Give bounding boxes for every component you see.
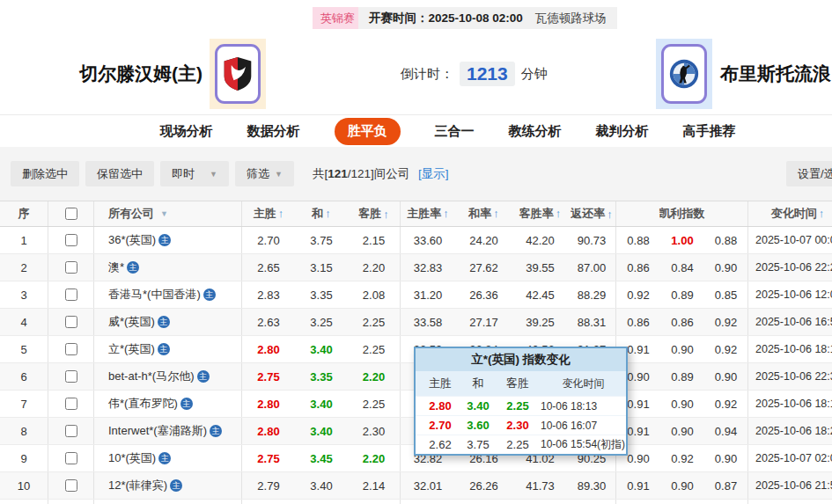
tab-coach-analysis[interactable]: 教练分析: [509, 123, 562, 140]
company-name[interactable]: 10*(英国)主: [94, 445, 242, 471]
col-away-odds[interactable]: 客胜↑: [348, 201, 401, 226]
row-checkbox[interactable]: [65, 398, 77, 410]
delete-selected-button[interactable]: 删除选中: [11, 161, 79, 186]
row-checkbox[interactable]: [65, 343, 77, 355]
home-odds[interactable]: 2.83: [242, 289, 295, 302]
company-name[interactable]: 威*(英国)主: [94, 309, 242, 335]
kelly-draw: 0.86: [660, 316, 704, 329]
col-away-rate[interactable]: 客胜率↑: [512, 206, 568, 222]
col-change-time[interactable]: 变化时间↑: [748, 206, 832, 222]
kelly-away-cell: 0.92: [704, 309, 748, 335]
home-odds[interactable]: 2.79: [242, 479, 295, 493]
change-time: 2025-10-07 00:02: [748, 234, 832, 246]
home-odds[interactable]: 2.75: [242, 452, 295, 465]
select-all-checkbox[interactable]: [65, 208, 77, 220]
return-rate-cell: 88.31: [568, 309, 616, 335]
away-odds[interactable]: 2.14: [363, 479, 385, 493]
away-odds[interactable]: 2.20: [363, 452, 385, 465]
home-odds[interactable]: 2.75: [242, 370, 295, 383]
away-odds[interactable]: 2.15: [363, 234, 385, 247]
home-odds[interactable]: 2.80: [242, 425, 295, 438]
draw-odds[interactable]: 3.40: [295, 398, 348, 411]
company-name[interactable]: 立*(英国)主: [94, 336, 242, 362]
col-home-rate[interactable]: 主胜率↑: [401, 206, 455, 222]
show-link[interactable]: [显示]: [418, 167, 449, 180]
table-row-partial: [0, 500, 832, 504]
company-name[interactable]: 香港马*(中国香港)主: [94, 281, 242, 308]
filter-dropdown[interactable]: 筛选 ▼: [235, 161, 294, 186]
col-draw-rate[interactable]: 和率↑: [455, 206, 512, 222]
company-name[interactable]: 伟*(直布罗陀)主: [94, 391, 242, 417]
away-rate: 41.73: [512, 479, 568, 493]
time-filter-dropdown[interactable]: 即时 ▼: [160, 161, 229, 186]
kelly-away-cell: 0.92: [704, 336, 748, 362]
popup-row: 2.703.602.3010-06 16:07: [416, 415, 626, 435]
company-name[interactable]: 36*(英国)主: [94, 227, 242, 253]
col-return-rate[interactable]: 返还率↑: [568, 201, 616, 226]
away-odds[interactable]: 2.30: [363, 425, 385, 438]
keep-selected-button[interactable]: 保留选中: [85, 161, 154, 186]
tab-win-draw-lose[interactable]: 胜平负: [335, 118, 401, 145]
nav-tabs: 现场分析数据分析胜平负三合一教练分析裁判分析高手推荐: [0, 114, 832, 147]
draw-odds[interactable]: 3.40: [295, 425, 348, 438]
draw-odds[interactable]: 3.15: [295, 261, 348, 274]
tab-referee-analysis[interactable]: 裁判分析: [596, 123, 649, 140]
main-company-badge-icon: 主: [158, 316, 170, 328]
away-crest-icon: [667, 57, 701, 91]
row-checkbox[interactable]: [65, 452, 77, 464]
company-label: 威*(英国): [108, 314, 155, 330]
home-odds[interactable]: 2.63: [242, 316, 295, 329]
company-name[interactable]: 12*(菲律宾)主: [94, 472, 242, 499]
table-header: 序 所有公司▼ 主胜↑ 和↑ 客胜↑ 主胜率↑ 和率↑ 客胜率↑ 返还率↑ 凯利…: [0, 201, 832, 227]
away-odds-cell: 2.20: [348, 254, 401, 281]
match-info-bar: 英锦赛 开赛时间：2025-10-08 02:00瓦德顿路球场: [0, 0, 832, 33]
row-seq: 9: [0, 445, 48, 471]
draw-odds[interactable]: 3.75: [295, 234, 348, 247]
draw-odds[interactable]: 3.45: [295, 452, 348, 465]
tab-three-in-one[interactable]: 三合一: [435, 123, 475, 140]
row-checkbox[interactable]: [65, 370, 77, 383]
away-odds[interactable]: 2.08: [363, 289, 385, 302]
away-odds[interactable]: 2.25: [363, 343, 385, 356]
row-checkbox[interactable]: [65, 479, 77, 492]
row-checkbox[interactable]: [65, 261, 77, 274]
home-odds[interactable]: 2.80: [242, 398, 295, 411]
kelly-away-cell: 0.94: [704, 418, 748, 444]
row-checkbox[interactable]: [65, 289, 77, 301]
kelly-away-cell: 0.90: [704, 363, 748, 390]
tab-data-analysis[interactable]: 数据分析: [247, 123, 300, 140]
company-name[interactable]: 澳*主: [94, 254, 242, 281]
tab-expert-picks[interactable]: 高手推荐: [683, 123, 736, 140]
away-odds[interactable]: 2.20: [363, 370, 385, 383]
away-odds-cell: 2.25: [348, 391, 401, 417]
kelly-draw: 0.90: [660, 343, 704, 356]
row-checkbox[interactable]: [65, 316, 77, 328]
popup-draw-odds: 3.60: [460, 419, 497, 432]
kelly-draw: 0.92: [660, 452, 704, 465]
row-checkbox[interactable]: [65, 234, 77, 246]
draw-odds[interactable]: 3.40: [295, 343, 348, 356]
row-seq: 7: [0, 391, 48, 417]
draw-odds[interactable]: 3.35: [295, 370, 348, 383]
home-odds[interactable]: 2.80: [242, 343, 295, 356]
draw-odds[interactable]: 3.35: [295, 289, 348, 302]
away-odds[interactable]: 2.25: [363, 316, 385, 329]
col-home-odds[interactable]: 主胜↑: [242, 206, 295, 222]
away-odds[interactable]: 2.20: [363, 261, 385, 274]
home-odds[interactable]: 2.70: [242, 234, 295, 247]
col-company[interactable]: 所有公司▼: [94, 201, 242, 226]
home-odds[interactable]: 2.65: [242, 261, 295, 274]
away-odds[interactable]: 2.25: [363, 398, 385, 411]
col-draw-odds[interactable]: 和↑: [295, 206, 348, 222]
popup-draw-odds: 3.75: [460, 438, 497, 451]
tab-live-analysis[interactable]: 现场分析: [160, 123, 213, 140]
row-checkbox-cell: [48, 227, 94, 253]
sort-asc-icon: ↑: [443, 207, 449, 220]
company-label: 36*(英国): [108, 232, 156, 248]
row-checkbox[interactable]: [65, 425, 77, 437]
company-name[interactable]: Interwet*(塞浦路斯)主: [94, 418, 242, 444]
draw-odds[interactable]: 3.40: [295, 479, 348, 493]
settings-button[interactable]: 设置/选择: [786, 161, 832, 186]
company-name[interactable]: bet-at-h*(马尔他)主: [94, 363, 242, 390]
draw-odds[interactable]: 3.25: [295, 316, 348, 329]
